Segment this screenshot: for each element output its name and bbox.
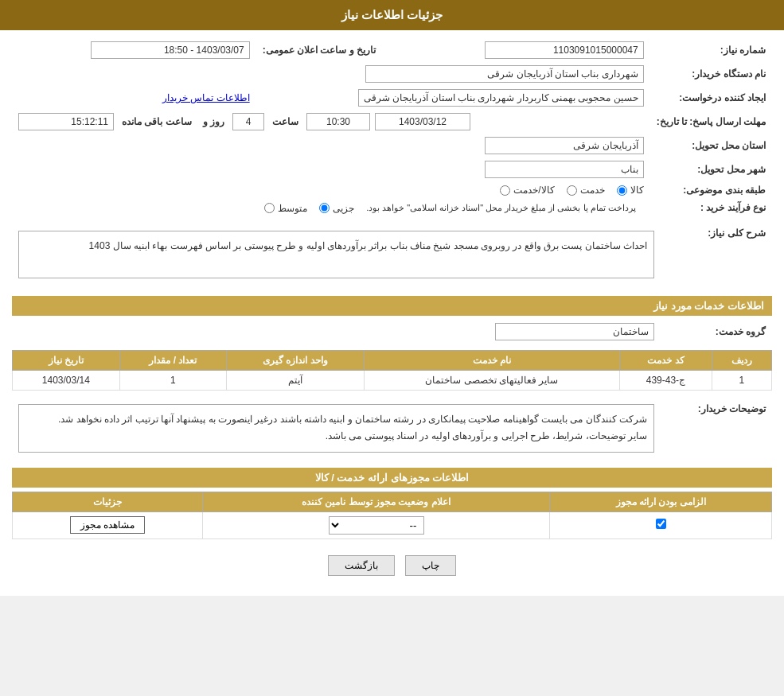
announce-value: 1403/03/07 - 18:50 <box>12 38 256 62</box>
description-table: شرح کلی نیاز: احداث ساختمان پست برق واقع… <box>12 221 772 288</box>
service-group-box: ساختمان <box>495 323 654 340</box>
city-value: بناب <box>12 157 650 181</box>
category-label-service: خدمت <box>580 185 605 196</box>
need-number-value: 1103091015000047 <box>406 38 650 62</box>
page-title: جزئیات اطلاعات نیاز <box>0 0 784 30</box>
category-option-service[interactable]: خدمت <box>567 185 605 196</box>
deadline-remaining-box: 15:12:11 <box>18 113 114 130</box>
need-number-box: 1103091015000047 <box>485 41 644 59</box>
announce-label: تاریخ و ساعت اعلان عمومی: <box>256 38 382 62</box>
buyer-notes-box: شرکت کنندگان می بایست گواهینامه صلاحیت پ… <box>18 404 654 453</box>
buyer-notes-table: توضیحات خریدار: شرکت کنندگان می بایست گو… <box>12 397 772 460</box>
category-label-goods: کالا <box>630 185 644 196</box>
purchase-type-radio-medium[interactable] <box>264 203 275 213</box>
col-license-details: جزئیات <box>13 492 203 511</box>
purchase-type-value: متوسط جزیی پرداخت تمام یا بخشی از مبلغ خ… <box>12 199 650 217</box>
service-group-label: گروه خدمت: <box>661 320 772 344</box>
col-row-num: ردیف <box>712 350 771 370</box>
col-license-required: الزامی بودن ارائه مجوز <box>550 492 772 511</box>
service-section-title: اطلاعات خدمات مورد نیاز <box>12 296 772 316</box>
cell-unit: آیتم <box>227 370 364 390</box>
days-box: 4 <box>232 113 264 130</box>
creator-link-cell[interactable]: اطلاعات تماس خریدار <box>12 86 256 110</box>
purchase-type-label-partial: جزیی <box>333 203 354 214</box>
license-table: الزامی بودن ارائه مجوز اعلام وضعیت مجوز … <box>12 492 772 539</box>
footer-buttons: چاپ بازگشت <box>12 543 772 588</box>
cell-license-details[interactable]: مشاهده مجوز <box>13 511 203 539</box>
license-section-title: اطلاعات مجوزهای ارائه خدمت / کالا <box>12 468 772 488</box>
purchase-type-label-medium: متوسط <box>278 203 307 214</box>
days-label: روز و <box>203 116 224 127</box>
category-option-goods-services[interactable]: کالا/خدمت <box>500 185 554 196</box>
creator-label: ایجاد کننده درخواست: <box>650 86 772 110</box>
need-number-label: شماره نیاز: <box>650 38 772 62</box>
description-label: شرح کلی نیاز: <box>661 221 772 288</box>
cell-row-num: 1 <box>712 370 771 390</box>
description-box: احداث ساختمان پست برق واقع در روبروی مسج… <box>18 231 654 278</box>
cell-service-name: سایر فعالیتهای تخصصی ساختمان <box>364 370 619 390</box>
buyer-notes-value-cell: شرکت کنندگان می بایست گواهینامه صلاحیت پ… <box>12 397 661 460</box>
services-table: ردیف کد خدمت نام خدمت واحد اندازه گیری ت… <box>12 350 772 391</box>
cell-count: 1 <box>119 370 227 390</box>
col-unit: واحد اندازه گیری <box>227 350 364 370</box>
cell-license-required <box>550 511 772 539</box>
cell-service-code: ج-43-439 <box>619 370 712 390</box>
category-label-goods-services: کالا/خدمت <box>513 185 554 196</box>
category-value: کالا/خدمت خدمت کالا <box>12 181 650 199</box>
date-box: 1403/03/12 <box>375 113 470 130</box>
service-group-value: ساختمان <box>12 320 661 344</box>
purchase-type-option-medium[interactable]: متوسط <box>264 203 307 214</box>
province-value: آذربایجان شرقی <box>12 134 650 157</box>
col-license-status: اعلام وضعیت مجوز توسط نامین کننده <box>202 492 550 511</box>
col-date: تاریخ نیاز <box>13 350 120 370</box>
deadline-row: 15:12:11 ساعت باقی مانده روز و 4 ساعت 10… <box>12 110 650 134</box>
col-count: تعداد / مقدار <box>119 350 227 370</box>
list-item: -- مشاهده مجوز <box>13 511 772 539</box>
city-box: بناب <box>485 161 644 178</box>
remaining-label: ساعت باقی مانده <box>122 116 192 127</box>
buyer-notes-label: توضیحات خریدار: <box>661 397 772 460</box>
purchase-type-note: پرداخت تمام یا بخشی از مبلغ خریدار محل "… <box>366 203 636 213</box>
deadline-label: مهلت ارسال پاسخ: تا تاریخ: <box>650 110 772 134</box>
purchase-type-radio-group: متوسط جزیی پرداخت تمام یا بخشی از مبلغ خ… <box>264 203 644 214</box>
description-value-cell: احداث ساختمان پست برق واقع در روبروی مسج… <box>12 221 661 288</box>
creator-box: حسین محجوبی بهمنی کاربردار شهرداری بناب … <box>358 89 644 107</box>
purchase-type-radio-partial[interactable] <box>319 203 330 213</box>
category-radio-goods-services[interactable] <box>500 185 510 196</box>
cell-date: 1403/03/14 <box>13 370 120 390</box>
city-label: شهر محل تحویل: <box>650 157 772 181</box>
purchase-type-option-partial[interactable]: جزیی <box>319 203 354 214</box>
announce-box: 1403/03/07 - 18:50 <box>91 41 250 59</box>
province-label: استان محل تحویل: <box>650 134 772 157</box>
license-status-select[interactable]: -- <box>329 516 424 535</box>
category-radio-group: کالا/خدمت خدمت کالا <box>500 185 643 196</box>
cell-license-status[interactable]: -- <box>202 511 550 539</box>
table-row: 1 ج-43-439 سایر فعالیتهای تخصصی ساختمان … <box>13 370 772 390</box>
col-service-name: نام خدمت <box>364 350 619 370</box>
print-button[interactable]: چاپ <box>405 555 456 576</box>
time-label: ساعت <box>272 116 298 127</box>
back-button[interactable]: بازگشت <box>328 555 395 576</box>
license-required-checkbox[interactable] <box>656 519 666 529</box>
category-option-goods[interactable]: کالا <box>617 185 644 196</box>
view-license-button[interactable]: مشاهده مجوز <box>70 516 145 534</box>
buyer-org-box: شهرداری بناب استان آذربایجان شرقی <box>365 65 644 83</box>
time-box: 10:30 <box>306 113 370 130</box>
service-group-table: گروه خدمت: ساختمان <box>12 320 772 344</box>
creator-link[interactable]: اطلاعات تماس خریدار <box>162 92 250 103</box>
buyer-org-value: شهرداری بناب استان آذربایجان شرقی <box>12 62 650 86</box>
creator-value: حسین محجوبی بهمنی کاربردار شهرداری بناب … <box>256 86 650 110</box>
province-box: آذربایجان شرقی <box>485 137 644 154</box>
category-radio-service[interactable] <box>567 185 577 196</box>
col-service-code: کد خدمت <box>619 350 712 370</box>
purchase-type-label: نوع فرآیند خرید : <box>650 199 772 217</box>
buyer-org-label: نام دستگاه خریدار: <box>650 62 772 86</box>
category-label: طبقه بندی موضوعی: <box>650 181 772 199</box>
main-info-table: شماره نیاز: 1103091015000047 تاریخ و ساع… <box>12 38 772 217</box>
category-radio-goods[interactable] <box>617 185 627 196</box>
